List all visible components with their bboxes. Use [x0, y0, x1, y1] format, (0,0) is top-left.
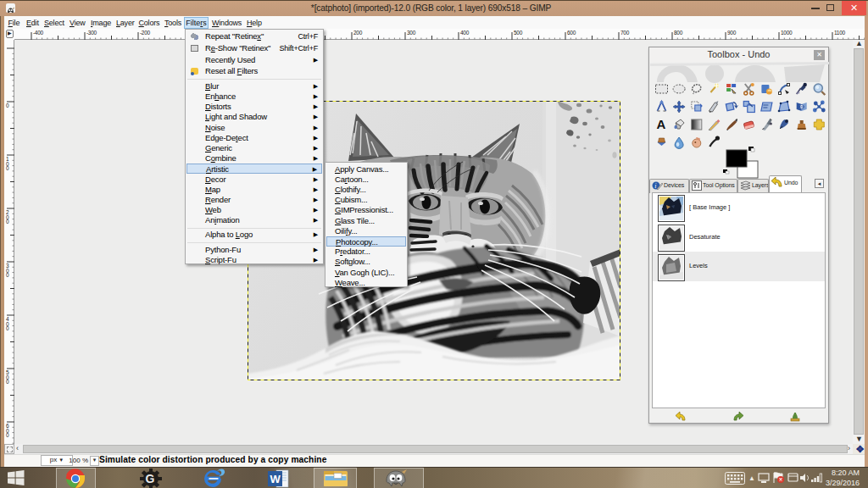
- svg-text:W: W: [270, 473, 281, 485]
- svg-text:G: G: [146, 472, 155, 485]
- svg-text:i: i: [654, 182, 656, 190]
- svg-text:A: A: [657, 117, 666, 131]
